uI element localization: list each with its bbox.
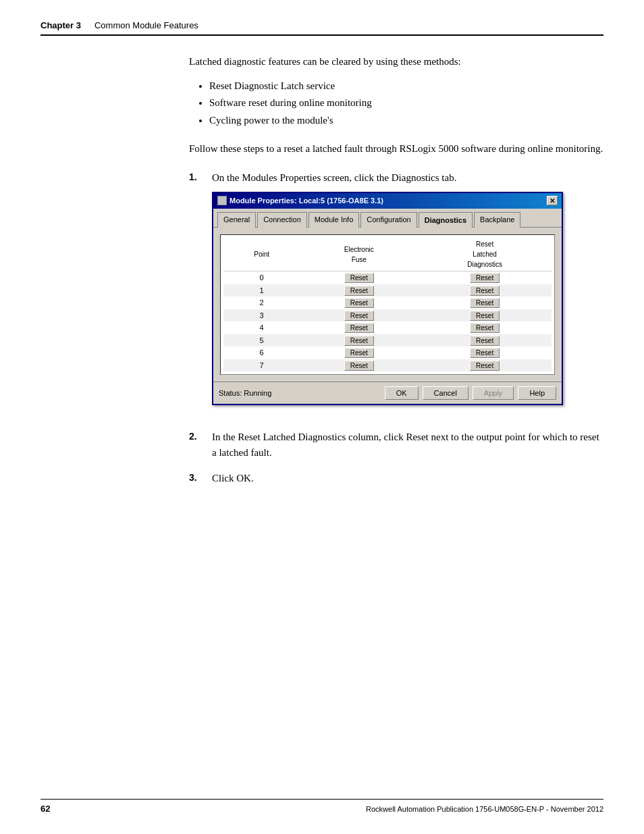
dialog-body: Point ElectronicFuse ResetLatchedDiagnos… [213, 228, 562, 382]
table-row: 5ResetReset [223, 334, 552, 347]
fuse-reset-button-2[interactable]: Reset [344, 298, 374, 308]
dialog-titlebar: Module Properties: Local:5 (1756-OA8E 3.… [213, 193, 562, 209]
dialog-status-bar: Status: Running OK Cancel Apply Help [213, 382, 562, 404]
ok-button[interactable]: OK [385, 386, 419, 400]
step-1-content: On the Modules Properties screen, click … [212, 170, 603, 419]
fuse-reset-button-5[interactable]: Reset [344, 336, 374, 346]
step-1-number: 1. [189, 170, 205, 419]
tab-configuration[interactable]: Configuration [360, 212, 417, 228]
diag-cell-1: Reset [418, 284, 552, 297]
dialog-action-buttons: OK Cancel Apply Help [385, 386, 556, 400]
tab-diagnostics[interactable]: Diagnostics [419, 212, 473, 228]
diag-cell-2: Reset [418, 296, 552, 309]
page-footer: 62 Rockwell Automation Publication 1756-… [41, 799, 603, 814]
titlebar-app-icon [217, 196, 227, 205]
status-label: Status: [219, 389, 242, 397]
step-3: 3. Click OK. [189, 471, 603, 486]
diag-reset-button-1[interactable]: Reset [470, 286, 500, 296]
dialog-box: Module Properties: Local:5 (1756-OA8E 3.… [212, 192, 563, 405]
dialog-tabs: General Connection Module Info Configura… [213, 209, 562, 228]
tab-module-info[interactable]: Module Info [308, 212, 359, 228]
fuse-cell-3: Reset [300, 309, 418, 322]
point-cell-5: 5 [223, 334, 300, 347]
diag-cell-5: Reset [418, 334, 552, 347]
diag-cell-7: Reset [418, 359, 552, 372]
col-header-fuse: ElectronicFuse [300, 238, 418, 271]
dialog-wrapper: Module Properties: Local:5 (1756-OA8E 3.… [212, 192, 603, 405]
bullet-item-1: Reset Diagnostic Latch service [209, 78, 603, 95]
diag-reset-button-6[interactable]: Reset [470, 348, 500, 358]
diag-reset-button-0[interactable]: Reset [470, 273, 500, 283]
chapter-title: Common Module Features [95, 20, 198, 30]
table-row: 7ResetReset [223, 359, 552, 372]
point-cell-6: 6 [223, 346, 300, 359]
page-number: 62 [41, 804, 50, 814]
col-header-diag: ResetLatchedDiagnostics [418, 238, 552, 271]
page-header: Chapter 3 Common Module Features [41, 20, 603, 36]
close-button[interactable]: ✕ [547, 196, 558, 205]
fuse-reset-button-4[interactable]: Reset [344, 323, 374, 333]
fuse-cell-2: Reset [300, 296, 418, 309]
table-row: 2ResetReset [223, 296, 552, 309]
col-header-point: Point [223, 238, 300, 271]
fuse-cell-5: Reset [300, 334, 418, 347]
table-row: 4ResetReset [223, 321, 552, 334]
dialog-title: Module Properties: Local:5 (1756-OA8E 3.… [230, 195, 383, 207]
step-1: 1. On the Modules Properties screen, cli… [189, 170, 603, 419]
table-row: 0ResetReset [223, 271, 552, 284]
diag-reset-button-3[interactable]: Reset [470, 311, 500, 321]
bullet-item-2: Software reset during online monitoring [209, 95, 603, 112]
point-cell-3: 3 [223, 309, 300, 322]
apply-button[interactable]: Apply [473, 386, 514, 400]
fuse-reset-button-0[interactable]: Reset [344, 273, 374, 283]
follow-text: Follow these steps to a reset a latched … [189, 141, 603, 157]
diag-reset-button-2[interactable]: Reset [470, 298, 500, 308]
diag-cell-6: Reset [418, 346, 552, 359]
titlebar-left: Module Properties: Local:5 (1756-OA8E 3.… [217, 195, 383, 207]
diag-reset-button-5[interactable]: Reset [470, 336, 500, 346]
table-row: 1ResetReset [223, 284, 552, 297]
step-2: 2. In the Reset Latched Diagnostics colu… [189, 429, 603, 460]
cancel-button[interactable]: Cancel [423, 386, 468, 400]
point-cell-1: 1 [223, 284, 300, 297]
point-cell-7: 7 [223, 359, 300, 372]
diag-cell-0: Reset [418, 271, 552, 284]
footer-publication: Rockwell Automation Publication 1756-UM0… [366, 805, 603, 813]
fuse-cell-4: Reset [300, 321, 418, 334]
bullet-list: Reset Diagnostic Latch service Software … [203, 78, 603, 130]
chapter-label: Chapter 3 [41, 20, 81, 30]
diag-cell-4: Reset [418, 321, 552, 334]
fuse-cell-7: Reset [300, 359, 418, 372]
table-row: 3ResetReset [223, 309, 552, 322]
fuse-cell-0: Reset [300, 271, 418, 284]
diag-reset-button-4[interactable]: Reset [470, 323, 500, 333]
bullet-item-3: Cycling power to the module's [209, 112, 603, 130]
fuse-cell-6: Reset [300, 346, 418, 359]
step-1-text: On the Modules Properties screen, click … [212, 172, 456, 183]
fuse-reset-button-1[interactable]: Reset [344, 286, 374, 296]
status-value: Running [244, 389, 271, 397]
diag-cell-3: Reset [418, 309, 552, 322]
fuse-reset-button-7[interactable]: Reset [344, 361, 374, 371]
step-2-number: 2. [189, 429, 205, 460]
tab-backplane[interactable]: Backplane [474, 212, 520, 228]
diagnostics-data-table: Point ElectronicFuse ResetLatchedDiagnos… [223, 238, 552, 371]
step-2-content: In the Reset Latched Diagnostics column,… [212, 429, 603, 460]
tab-connection[interactable]: Connection [257, 212, 307, 228]
step-3-content: Click OK. [212, 471, 603, 486]
step-3-text: Click OK. [212, 473, 254, 484]
table-row: 6ResetReset [223, 346, 552, 359]
point-cell-4: 4 [223, 321, 300, 334]
point-cell-2: 2 [223, 296, 300, 309]
help-button[interactable]: Help [518, 386, 556, 400]
diagnostics-table: Point ElectronicFuse ResetLatchedDiagnos… [220, 234, 555, 375]
diag-reset-button-7[interactable]: Reset [470, 361, 500, 371]
fuse-reset-button-6[interactable]: Reset [344, 348, 374, 358]
point-cell-0: 0 [223, 271, 300, 284]
intro-text: Latched diagnostic features can be clear… [189, 54, 603, 70]
fuse-cell-1: Reset [300, 284, 418, 297]
status-area: Status: Running [219, 388, 271, 399]
tab-general[interactable]: General [217, 212, 256, 228]
fuse-reset-button-3[interactable]: Reset [344, 311, 374, 321]
main-content: Latched diagnostic features can be clear… [189, 54, 603, 497]
